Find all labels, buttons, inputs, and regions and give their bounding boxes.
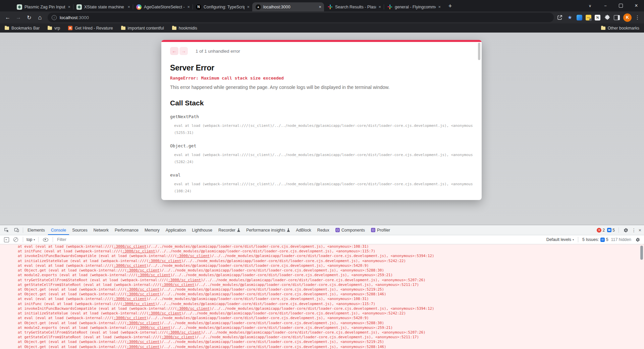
devtools-tab-lighthouse[interactable]: Lighthouse [189,225,215,235]
devtools-tab-redux[interactable]: Redux [314,225,332,235]
issues-button[interactable]: 5 Issues: 5 [582,237,608,242]
site-info-icon[interactable]: i [52,15,57,20]
browser-tab[interactable]: localhost:3000 × [252,2,324,11]
console-source-link[interactable]: :3000/sc_client [177,306,210,311]
error-count-badge[interactable]: ✕2 [597,228,605,233]
bookmark-star-icon[interactable]: ★ [567,14,573,21]
console-source-link[interactable]: :3000/sc_client [138,326,171,330]
console-source-link[interactable]: :3000/sc_client [162,335,195,339]
console-source-link[interactable]: :3000/sc_client [168,330,201,335]
extension-blue-icon[interactable] [577,15,582,20]
console-source-link[interactable]: :3000/sc_client [127,287,160,292]
browser-menu-icon[interactable]: ⋮ [635,14,640,20]
devtools-menu-icon[interactable]: ⋮ [632,228,636,233]
home-icon[interactable]: ⌂ [35,13,45,22]
devtools-tab-performance[interactable]: Performance [112,225,142,235]
console-sidebar-icon[interactable]: ▸ [3,236,10,243]
nextjs-error-overlay: ← → 1 of 1 unhandled error Server Error … [161,40,482,200]
console-source-link[interactable]: :3000/sc_client [168,278,201,282]
device-toolbar-icon[interactable] [11,225,21,235]
back-icon[interactable]: ← [3,13,13,22]
devtools-tab-network[interactable]: Network [91,225,112,235]
side-panel-icon[interactable] [614,15,620,20]
console-source-link[interactable]: :3000/sc_client [114,297,147,301]
bookmark-item[interactable]: hookmidis [172,26,197,31]
console-source-link[interactable]: :3000/sc_client [127,321,160,325]
dialog-scrollbar-thumb[interactable] [478,43,480,60]
tab-close-icon[interactable]: × [378,5,381,9]
devtools-settings-icon[interactable] [623,228,629,233]
devtools-close-icon[interactable]: × [639,228,641,233]
live-expression-eye-icon[interactable] [42,236,49,243]
extension-yellow-icon[interactable]: ⋯ [586,15,591,20]
devtools-tab-adblock[interactable]: AdBlock [293,225,314,235]
console-source-link[interactable]: :3000/sc_client [122,302,155,306]
reload-icon[interactable]: ↻ [24,13,34,22]
chatgpt-icon [76,4,82,10]
profile-avatar[interactable]: K [623,13,632,22]
other-bookmarks[interactable]: Other bookmarks [601,26,639,31]
devtools-tab-performance-insights[interactable]: Performance insights [243,225,293,235]
tab-close-icon[interactable]: × [319,5,321,9]
console-source-link[interactable]: :3000/sc_client [127,268,160,272]
console-source-link[interactable]: :3000/sc_client [149,259,181,263]
browser-tab[interactable]: AgeGateStoreSelect - Copy of vi × [133,2,193,11]
devtools-tab-application[interactable]: Application [163,225,189,235]
clear-console-icon[interactable] [12,236,19,243]
console-filter-input[interactable] [56,237,199,242]
bookmark-item[interactable]: Bookmarks Bar [5,26,40,31]
extensions-puzzle-icon[interactable] [604,14,610,21]
message-count-badge[interactable]: 5 [607,228,615,233]
tab-close-icon[interactable]: × [247,5,250,9]
nextjs-icon [196,4,201,10]
console-source-link[interactable]: :3000/sc_client [122,249,155,253]
restore-button[interactable] [613,0,629,11]
inspect-element-icon[interactable] [1,225,11,235]
browser-tab[interactable]: Configuring: TypeScript | Next.js × [193,2,252,11]
next-error-button[interactable]: → [179,47,188,55]
devtools-tab-memory[interactable]: Memory [142,225,163,235]
address-bar[interactable]: i localhost:3000 [48,13,554,22]
bookmark-item[interactable]: important contentful [121,26,164,31]
experiment-flask-icon [237,228,240,232]
log-levels-dropdown[interactable]: Default levels▾ [546,237,574,242]
devtools-tab-sources[interactable]: Sources [69,225,90,235]
close-button[interactable]: × [629,0,644,11]
console-source-link[interactable]: :3000/sc_client [127,292,160,296]
console-source-link[interactable]: :3000/sc_client [127,340,160,344]
tab-close-icon[interactable]: × [187,5,190,9]
forward-icon[interactable]: → [13,13,23,22]
tab-search-chevron-icon[interactable]: ∨ [582,0,598,11]
console-source-link[interactable]: :3000/sc_client [162,283,195,287]
execution-context-selector[interactable]: top▾ [26,237,35,242]
devtools-tab-profiler[interactable]: Profiler [368,225,393,235]
devtools-tab-recorder[interactable]: Recorder [215,225,243,235]
browser-tab[interactable]: general - Flyingcommerce - 1 ne × [384,2,443,11]
browser-tab[interactable]: Plasmic Zag Pin Input. × [13,2,73,11]
browser-tab[interactable]: XState state machine replaceme × [73,2,133,11]
minimize-button[interactable]: − [598,0,613,11]
bookmark-item[interactable]: vrp [48,26,60,31]
console-source-link[interactable]: :3000/sc_client [138,273,171,277]
bookmark-item[interactable]: R Get Hired - Revature [68,26,113,31]
hidden-messages-label: 117 hidden [611,237,631,242]
console-scrollbar-thumb[interactable] [640,246,643,260]
browser-tab[interactable]: Search Results - Plasmic Commu × [324,2,384,11]
console-source-link[interactable]: :3000/sc_client [114,263,147,268]
console-source-link[interactable]: :3000/sc_client [114,316,147,320]
tab-close-icon[interactable]: × [127,5,130,9]
new-tab-button[interactable]: + [445,1,455,11]
console-source-link[interactable]: :3000/sc_client [114,244,147,249]
tab-close-icon[interactable]: × [68,5,70,9]
devtools-tab-console[interactable]: Console [48,225,69,235]
console-settings-icon[interactable] [634,236,641,243]
console-source-link[interactable]: :3000/sc_client [127,345,160,349]
console-source-link[interactable]: :3000/sc_client [177,254,210,258]
previous-error-button[interactable]: ← [170,47,178,55]
devtools-tab-elements[interactable]: Elements [24,225,48,235]
tab-close-icon[interactable]: × [438,5,441,9]
devtools-tab-components[interactable]: Components [332,225,368,235]
notion-extension-icon[interactable]: N [595,15,600,20]
share-icon[interactable] [556,14,563,21]
console-source-link[interactable]: :3000/sc_client [149,311,181,315]
